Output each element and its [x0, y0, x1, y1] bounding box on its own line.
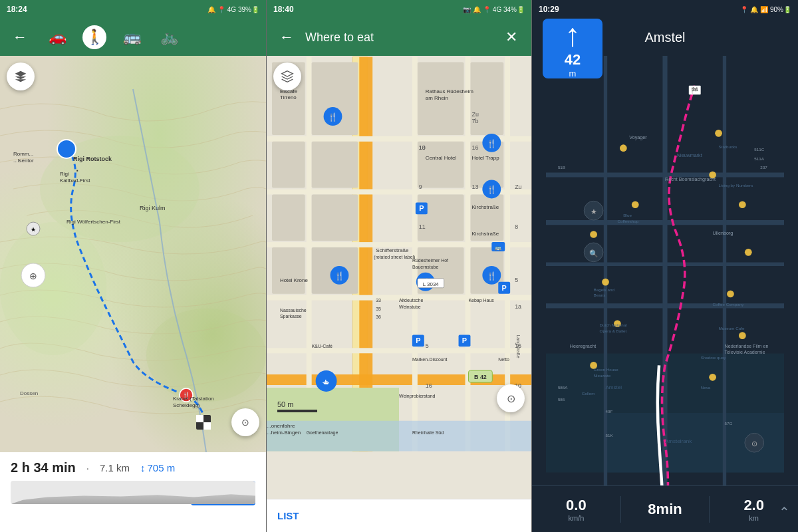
svg-text:Nederlandse Film en: Nederlandse Film en: [725, 344, 769, 349]
time-2: 18:40: [273, 5, 294, 14]
svg-text:Blue: Blue: [623, 213, 632, 217]
svg-text:Zu: Zu: [515, 184, 521, 190]
svg-text:P: P: [419, 204, 424, 212]
svg-point-150: [727, 291, 734, 298]
status-icons-3: 📍 🔔 📶 90%🔋: [740, 6, 791, 13]
time-3: 10:29: [539, 5, 559, 14]
scale-line: [277, 410, 317, 412]
svg-text:Bauernstube: Bauernstube: [412, 265, 439, 269]
svg-rect-49: [272, 247, 305, 294]
battery-icon-3: 90%🔋: [770, 6, 791, 13]
elevation-value: 705 m: [148, 462, 176, 473]
svg-text:586A: 586A: [558, 385, 568, 390]
direction-arrow: ↑: [565, 19, 581, 51]
svg-point-2: [146, 309, 266, 402]
toolbar-2: ← Where to eat ✕: [267, 19, 531, 56]
svg-text:Sparkasse: Sparkasse: [280, 314, 302, 319]
svg-text:🏁: 🏁: [691, 86, 699, 94]
compass-button-2[interactable]: ⊙: [497, 384, 525, 412]
layer-toggle-button[interactable]: [7, 63, 35, 90]
svg-text:Zu: Zu: [471, 111, 478, 118]
walk-mode-button[interactable]: 🚶: [82, 25, 106, 49]
svg-text:Green House: Green House: [594, 367, 619, 372]
svg-text:511A: 511A: [754, 156, 764, 161]
svg-text:Nassauische: Nassauische: [280, 308, 307, 313]
svg-text:Kaltbad-First: Kaltbad-First: [60, 178, 90, 184]
svg-text:Krabel (Talstation: Krabel (Talstation: [173, 396, 214, 402]
svg-text:Goethenanlage: Goethenanlage: [307, 430, 338, 436]
nav-map-area[interactable]: 🏁 ★ 🔍 ⊙ Nieuwmarkt St: [532, 56, 798, 532]
svg-text:5: 5: [515, 277, 518, 283]
svg-text:Rüdesheimer Hof: Rüdesheimer Hof: [412, 258, 448, 263]
nav-map-svg: 🏁 ★ 🔍 ⊙ Nieuwmarkt St: [532, 56, 798, 532]
elevation-chart: [11, 481, 255, 504]
alarm-icon-2: 🔔: [473, 6, 481, 13]
svg-text:Kirchstraße: Kirchstraße: [471, 204, 499, 210]
back-button[interactable]: ←: [8, 25, 32, 49]
alarm-icon: 🔔: [207, 6, 215, 13]
svg-text:Beans: Beans: [594, 293, 606, 297]
chevron-up-icon[interactable]: ⌃: [779, 504, 790, 520]
bike-mode-button[interactable]: 🚲: [157, 25, 181, 49]
distance-value: 2.0: [743, 497, 764, 514]
route-elevation: ↕ 705 m: [140, 462, 175, 473]
status-icons-1: 🔔 📍 4G 39%🔋: [207, 6, 259, 13]
svg-point-143: [715, 130, 722, 137]
svg-point-145: [632, 201, 639, 208]
drive-mode-button[interactable]: 🚗: [45, 25, 69, 49]
city-map-area[interactable]: P P P P 🍴 🍴 🍴 🍴 🍴 🍴 🚌 ⛴: [267, 56, 531, 452]
svg-text:Romm...: Romm...: [13, 151, 33, 157]
svg-text:Bagels and: Bagels and: [594, 287, 615, 292]
svg-text:Altdeutsche: Altdeutsche: [399, 298, 423, 303]
svg-text:16: 16: [471, 144, 478, 151]
bottom-panel-3: 0.0 km/h 8min 2.0 km ⌃: [532, 485, 798, 532]
city-map-svg: P P P P 🍴 🍴 🍴 🍴 🍴 🍴 🚌 ⛴: [267, 56, 531, 452]
panel-hiking-map: 18:24 🔔 📍 4G 39%🔋 ← 🚗 🚶 🚌 🚲: [0, 0, 266, 532]
svg-text:33: 33: [376, 298, 381, 303]
svg-text:Heeregracht: Heeregracht: [570, 344, 596, 349]
elevation-arrow-icon: ↕: [140, 462, 146, 473]
wifi-icon: 📶: [760, 6, 768, 13]
svg-rect-5: [196, 415, 203, 422]
svg-text:Kirchstraße: Kirchstraße: [471, 231, 499, 237]
compass-button[interactable]: ⊙: [231, 408, 259, 439]
list-button[interactable]: LIST: [277, 510, 299, 521]
distance-unit: km: [749, 514, 759, 522]
svg-text:⛴: ⛴: [323, 378, 330, 386]
svg-rect-35: [466, 57, 471, 451]
svg-text:10: 10: [419, 144, 426, 151]
bottom-panel-2: LIST: [267, 499, 531, 532]
svg-text:🍴: 🍴: [487, 138, 497, 148]
time-1: 18:24: [7, 5, 27, 14]
svg-text:Dutch National: Dutch National: [600, 323, 627, 327]
svg-point-154: [709, 374, 716, 381]
back-button-2[interactable]: ←: [275, 25, 299, 49]
route-bottom-panel: 2 h 34 min · 7.1 km ↕ 705 m START: [0, 452, 266, 532]
close-button-2[interactable]: ✕: [499, 25, 523, 49]
svg-point-142: [620, 144, 627, 152]
svg-text:Ullenborg: Ullenborg: [713, 231, 733, 236]
svg-text:Gollem: Gollem: [582, 391, 595, 396]
speed-stat: 0.0 km/h: [532, 497, 620, 522]
svg-text:Coffee Company: Coffee Company: [713, 302, 745, 307]
svg-rect-46: [312, 194, 358, 241]
hiking-map-area[interactable]: 🍴 ★ ⊕ Rigi Rotstock ▪ Rigi Kaltbad-First…: [0, 56, 266, 452]
scale-text: 50 m: [277, 400, 317, 408]
svg-text:...onenfahre: ...onenfahre: [267, 423, 295, 429]
transit-mode-button[interactable]: 🚌: [120, 25, 144, 49]
scale-bar: 50 m: [277, 400, 317, 412]
svg-text:⊙: ⊙: [751, 440, 757, 448]
svg-text:Weinprobierstand: Weinprobierstand: [399, 394, 436, 399]
svg-text:🍴: 🍴: [487, 271, 497, 281]
svg-text:K&U-Café: K&U-Café: [312, 344, 332, 348]
svg-text:🍴: 🍴: [334, 271, 344, 281]
layer-toggle-button-2[interactable]: [273, 63, 301, 90]
svg-point-147: [590, 231, 597, 238]
route-separator: ·: [86, 462, 89, 473]
svg-text:Marken-Discount: Marken-Discount: [412, 357, 448, 362]
status-bar-1: 18:24 🔔 📍 4G 39%🔋: [0, 0, 266, 19]
svg-text:am Rhein: am Rhein: [426, 95, 448, 101]
svg-text:B 42: B 42: [474, 374, 487, 380]
svg-point-148: [745, 249, 752, 256]
svg-text:Central Hotel: Central Hotel: [426, 155, 457, 161]
